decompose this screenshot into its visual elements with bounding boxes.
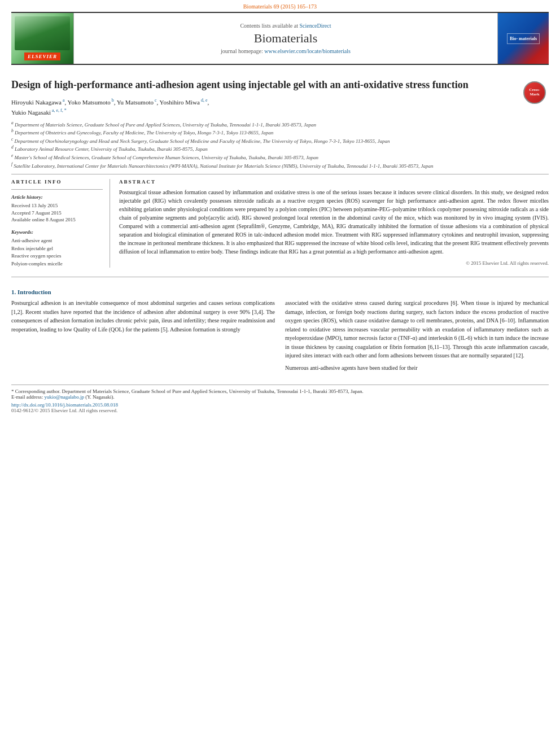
journal-title-area: Contents lists available at ScienceDirec… <box>73 13 498 64</box>
info-divider <box>11 189 103 190</box>
intro-para-2: associated with the oxidative stress cau… <box>285 299 549 360</box>
received-date: Received 13 July 2015 <box>11 202 103 209</box>
crossmark-icon: Cross- Mark <box>523 81 546 104</box>
homepage-line: journal homepage: www.elsevier.com/locat… <box>221 48 351 54</box>
contents-available-line: Contents lists available at ScienceDirec… <box>240 23 331 29</box>
footnote-area: * Corresponding author. Department of Ma… <box>11 385 549 413</box>
keyword-4: Polyion-complex micelle <box>11 260 103 268</box>
keywords-label: Keywords: <box>11 229 103 235</box>
article-info-column: ARTICLE INFO Article history: Received 1… <box>11 179 110 268</box>
email-link[interactable]: yukio@nagalabo.jp <box>44 394 84 400</box>
doi-link[interactable]: http://dx.doi.org/10.1016/j.biomaterials… <box>11 402 118 408</box>
journal-reference: Biomaterials 69 (2015) 165–173 <box>0 0 560 12</box>
doi-line: http://dx.doi.org/10.1016/j.biomaterials… <box>11 402 549 408</box>
corresponding-author-note: * Corresponding author. Department of Ma… <box>11 388 549 394</box>
intro-section-title: 1. Introduction <box>11 289 549 295</box>
section-divider <box>11 174 549 174</box>
body-divider <box>11 277 549 277</box>
copyright-line: © 2015 Elsevier Ltd. All rights reserved… <box>119 260 549 266</box>
intro-para-3: Numerous anti-adhesive agents have been … <box>285 364 549 373</box>
abstract-heading: ABSTRACT <box>119 179 549 185</box>
abstract-column: ABSTRACT Postsurgical tissue adhesion fo… <box>119 179 549 268</box>
article-info-abstract: ARTICLE INFO Article history: Received 1… <box>11 179 549 268</box>
issn-line: 0142-9612/© 2015 Elsevier Ltd. All right… <box>11 408 549 413</box>
introduction-section: 1. Introduction Postsurgical adhesion is… <box>11 289 549 375</box>
affiliation-f: f Satellite Laboratory, International Ce… <box>11 161 549 170</box>
accepted-date: Accepted 7 August 2015 <box>11 209 103 217</box>
abstract-text: Postsurgical tissue adhesion formation c… <box>119 188 549 256</box>
keyword-2: Redox injectable gel <box>11 245 103 253</box>
keyword-3: Reactive oxygen species <box>11 252 103 260</box>
affiliation-d: d Laboratory Animal Resource Center, Uni… <box>11 145 549 153</box>
homepage-link[interactable]: www.elsevier.com/locate/biomaterials <box>264 48 351 54</box>
journal-badge-area: Bio- materials <box>498 13 549 64</box>
keyword-1: Anti-adhesive agent <box>11 237 103 245</box>
sciencedirect-link[interactable]: ScienceDirect <box>299 23 331 29</box>
available-date: Available online 8 August 2015 <box>11 216 103 224</box>
affiliation-e: e Master's School of Medical Sciences, G… <box>11 153 549 161</box>
journal-header: ELSEVIER Contents lists available at Sci… <box>11 12 549 65</box>
keywords-section: Keywords: Anti-adhesive agent Redox inje… <box>11 229 103 268</box>
affiliation-a: a Department of Materials Science, Gradu… <box>11 120 549 129</box>
biomaterials-badge: Bio- materials <box>507 33 540 44</box>
elsevier-wordmark: ELSEVIER <box>24 53 60 60</box>
affiliation-c: c Department of Otorhinolaryngology and … <box>11 137 549 145</box>
article-history-label: Article history: <box>11 194 103 200</box>
intro-col-right: associated with the oxidative stress cau… <box>285 299 549 375</box>
main-content: Design of high-performance anti-adhesion… <box>11 65 549 419</box>
intro-two-col: Postsurgical adhesion is an inevitable c… <box>11 299 549 375</box>
article-info-heading: ARTICLE INFO <box>11 179 103 185</box>
elsevier-logo-area: ELSEVIER <box>11 13 73 64</box>
intro-col-left: Postsurgical adhesion is an inevitable c… <box>11 299 275 375</box>
email-line: E-mail address: yukio@nagalabo.jp (Y. Na… <box>11 394 549 400</box>
journal-name: Biomaterials <box>254 31 317 46</box>
crossmark-badge[interactable]: Cross- Mark <box>520 78 549 107</box>
intro-para-1: Postsurgical adhesion is an inevitable c… <box>11 299 275 334</box>
authors-line: Hiroyuki Nakagawa a, Yoko Matsumoto b, Y… <box>11 97 549 116</box>
paper-title: Design of high-performance anti-adhesion… <box>11 78 549 91</box>
affiliation-b: b Department of Obstetrics and Gynecolog… <box>11 128 549 137</box>
affiliations: a Department of Materials Science, Gradu… <box>11 120 549 170</box>
